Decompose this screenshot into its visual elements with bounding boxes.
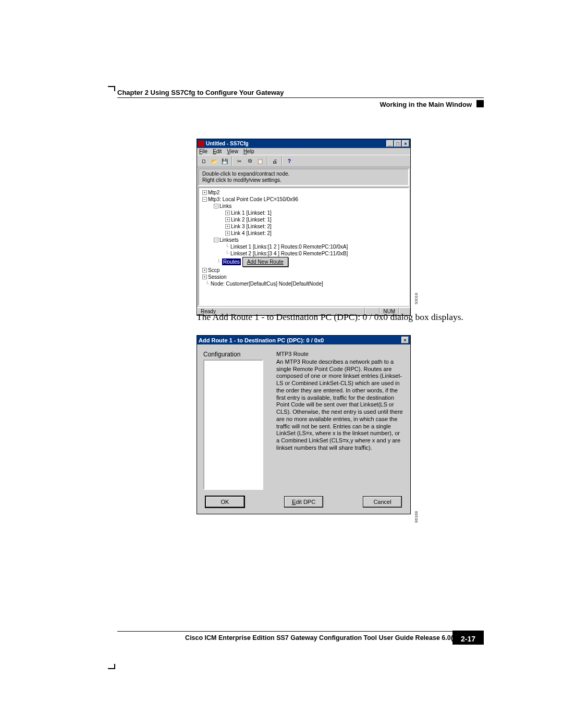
crop-mark-top: [108, 82, 117, 91]
tree-node-linkset2[interactable]: └Linkset 2 [Links:[3 4 ] Routes:0 Remote…: [199, 250, 408, 257]
edit-dpc-button[interactable]: Edit DPC: [284, 496, 323, 508]
chapter-label: Chapter 2 Using SS7Cfg to Configure Your…: [117, 89, 284, 96]
copy-icon[interactable]: ⧉: [245, 156, 254, 166]
new-icon[interactable]: 🗋: [199, 156, 209, 166]
tree-node-linkset1[interactable]: └Linkset 1 [Links:[1 2 ] Routes:0 Remote…: [199, 243, 408, 250]
tree-node-link4[interactable]: +Link 4 [Linkset: 2]: [199, 230, 408, 237]
section-marker: [476, 100, 484, 107]
menu-view[interactable]: View: [227, 149, 238, 154]
menu-bar: File Edit View Help: [197, 148, 410, 155]
document-page: Chapter 2 Using SS7Cfg to Configure Your…: [47, 0, 532, 697]
app-icon: [198, 141, 204, 147]
dialog-titlebar[interactable]: Add Route 1 - to Destination PC (DPC): 0…: [197, 336, 410, 344]
tree-view[interactable]: +Mtp2 −Mtp3: Local Point Code LPC=150/0x…: [198, 187, 409, 306]
titlebar[interactable]: Untitled - SS7Cfg _ □ ×: [197, 139, 410, 148]
description-title: MTP3 Route: [276, 351, 404, 358]
description-text: An MTP3 Route describes a network path t…: [276, 359, 404, 452]
ss7cfg-window: Untitled - SS7Cfg _ □ × File Edit View H…: [197, 139, 411, 316]
instruction-line2: Right click to modify/view settings.: [202, 177, 405, 183]
caption-text: The Add Route 1 - to Destination PC (DPC…: [197, 312, 463, 323]
close-button[interactable]: ×: [401, 337, 409, 343]
header-rule: [117, 97, 484, 98]
tree-node-link2[interactable]: +Link 2 [Linkset: 1]: [199, 216, 408, 223]
section-label: Working in the Main Window: [380, 101, 472, 108]
maximize-button[interactable]: □: [394, 140, 401, 147]
cut-icon[interactable]: ✂: [235, 156, 244, 166]
configuration-label: Configuration: [203, 351, 266, 358]
save-icon[interactable]: 💾: [220, 156, 229, 166]
figure-id: 93018: [414, 293, 419, 304]
configuration-listbox[interactable]: [203, 360, 263, 490]
tree-node-sccp[interactable]: +Sccp: [199, 267, 408, 274]
help-icon[interactable]: ?: [285, 156, 294, 166]
toolbar-separator: [267, 156, 268, 166]
add-route-dialog: Add Route 1 - to Destination PC (DPC): 0…: [197, 335, 411, 514]
tree-node-links[interactable]: −Links: [199, 203, 408, 209]
dialog-body: Configuration MTP3 Route An MTP3 Route d…: [197, 344, 410, 494]
tree-node-link3[interactable]: +Link 3 [Linkset: 2]: [199, 223, 408, 230]
tree-node-routes[interactable]: └RoutesAdd New Route: [199, 257, 408, 267]
open-icon[interactable]: 📂: [210, 156, 219, 166]
minimize-button[interactable]: _: [386, 140, 394, 147]
tree-node-session[interactable]: +Session: [199, 274, 408, 280]
ok-button[interactable]: OK: [205, 496, 244, 508]
page-number: 2-17: [452, 633, 484, 645]
dialog-title: Add Route 1 - to Destination PC (DPC): 0…: [199, 337, 324, 343]
footer-rule: [117, 631, 484, 632]
instruction-line1: Double-click to expand/contract node.: [202, 171, 405, 177]
paste-icon[interactable]: 📋: [255, 156, 265, 166]
tree-node-linksets[interactable]: −Linksets: [199, 237, 408, 243]
menu-file[interactable]: File: [199, 149, 207, 154]
print-icon[interactable]: 🖨: [270, 156, 279, 166]
window-title: Untitled - SS7Cfg: [206, 141, 249, 146]
toolbar-separator: [282, 156, 283, 166]
menu-edit[interactable]: Edit: [213, 149, 222, 154]
close-button[interactable]: ×: [402, 140, 409, 147]
context-menu-add-route[interactable]: Add New Route: [242, 257, 288, 267]
toolbar: 🗋 📂 💾 ✂ ⧉ 📋 🖨 ?: [197, 155, 410, 167]
tree-node-link1[interactable]: +Link 1 [Linkset: 1]: [199, 209, 408, 216]
tree-node-mtp3[interactable]: −Mtp3: Local Point Code LPC=150/0x96: [199, 196, 408, 203]
dialog-buttons: OK Edit DPC Cancel: [197, 494, 410, 514]
instruction-text: Double-click to expand/contract node. Ri…: [198, 168, 409, 186]
tree-node-customer-node[interactable]: └Node: Customer[DefaultCus] Node[Default…: [199, 280, 408, 287]
crop-mark-bottom: [108, 664, 117, 673]
toolbar-separator: [231, 156, 232, 166]
cancel-button[interactable]: Cancel: [363, 496, 402, 508]
tree-node-mtp2[interactable]: +Mtp2: [199, 189, 408, 196]
figure-id: 86168: [414, 511, 419, 523]
footer-title: Cisco ICM Enterprise Edition SS7 Gateway…: [185, 634, 459, 641]
menu-help[interactable]: Help: [243, 149, 254, 154]
